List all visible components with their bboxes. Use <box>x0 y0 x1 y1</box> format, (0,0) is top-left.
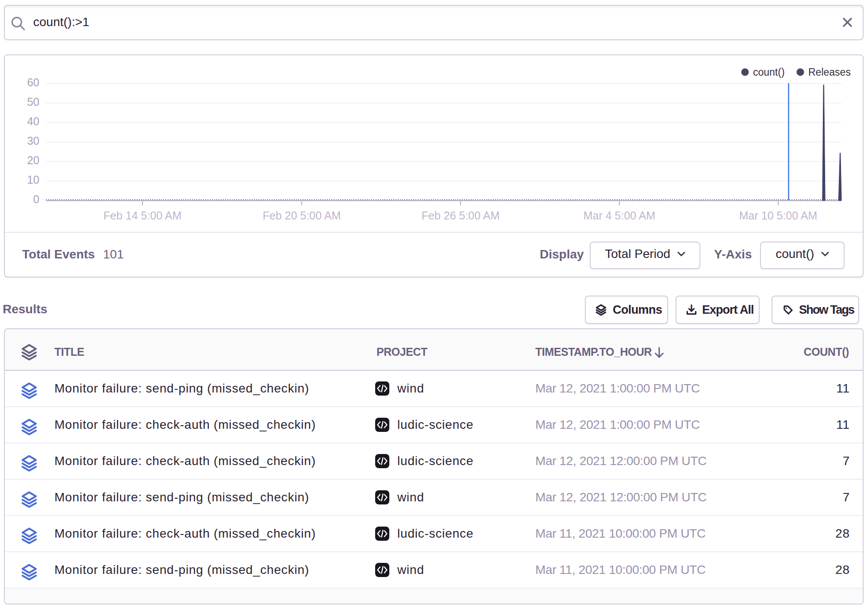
svg-text:20: 20 <box>27 154 39 166</box>
svg-text:30: 30 <box>27 135 39 147</box>
svg-text:50: 50 <box>27 96 39 108</box>
svg-text:60: 60 <box>27 76 39 89</box>
svg-text:Mar 4 5:00 AM: Mar 4 5:00 AM <box>584 209 656 222</box>
svg-text:10: 10 <box>27 173 39 186</box>
svg-text:Releases: Releases <box>808 66 851 78</box>
svg-text:Feb 26 5:00 AM: Feb 26 5:00 AM <box>422 209 500 222</box>
svg-text:Feb 20 5:00 AM: Feb 20 5:00 AM <box>263 209 341 222</box>
svg-text:count(): count() <box>753 66 785 78</box>
svg-text:Feb 14 5:00 AM: Feb 14 5:00 AM <box>104 209 182 222</box>
svg-text:Mar 10 5:00 AM: Mar 10 5:00 AM <box>739 209 817 222</box>
svg-text:40: 40 <box>27 115 39 127</box>
svg-text:0: 0 <box>33 193 39 205</box>
